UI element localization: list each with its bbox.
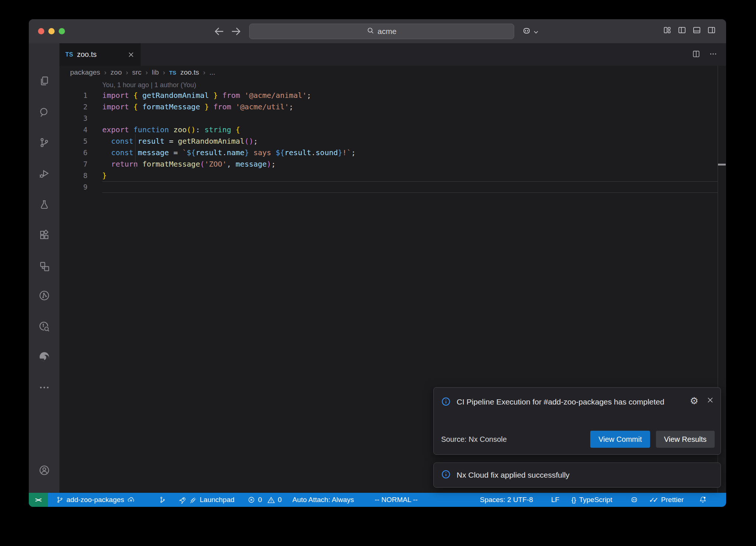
title-bar: acme — [29, 19, 726, 43]
line-number: 6 — [59, 147, 87, 158]
close-icon[interactable] — [707, 396, 714, 405]
notification-center: CI Pipeline Execution for #add-zoo-packa… — [433, 387, 721, 488]
customize-layout-icon[interactable] — [663, 26, 671, 34]
more-actions-icon[interactable] — [709, 50, 717, 59]
panel-left-icon[interactable] — [678, 26, 686, 34]
notification-message: CI Pipeline Execution for #add-zoo-packa… — [457, 396, 664, 408]
testing-icon[interactable] — [38, 199, 50, 211]
prettier-status-item[interactable]: ✓✓ Prettier — [649, 493, 684, 507]
commit-graph-status-item[interactable] — [159, 493, 166, 507]
tab-label: zoo.ts — [77, 50, 96, 59]
chevron-right-icon: › — [163, 69, 165, 76]
copilot-icon — [630, 495, 639, 504]
search-icon[interactable] — [38, 106, 50, 118]
chevron-right-icon: › — [104, 69, 106, 76]
typescript-file-icon: TS — [169, 69, 176, 76]
notification-message: Nx Cloud fix applied successfully — [457, 471, 570, 480]
gitlens-icon[interactable] — [38, 321, 50, 332]
status-bar: >< add-zoo-packages Launchpad — [29, 493, 726, 507]
double-check-icon: ✓✓ — [649, 496, 658, 504]
chevron-right-icon: › — [126, 69, 128, 76]
breadcrumb-item[interactable]: packages — [70, 68, 100, 76]
copilot-menu[interactable] — [522, 26, 538, 37]
plug-icon — [189, 496, 197, 504]
overview-ruler-mark — [718, 164, 726, 165]
notification-settings-icon[interactable]: ⚙ — [690, 396, 698, 405]
branch-status-item[interactable]: add-zoo-packages — [56, 493, 135, 507]
info-icon — [441, 470, 451, 481]
source-control-icon[interactable] — [38, 137, 50, 149]
typescript-file-icon: TS — [65, 51, 73, 58]
accounts-icon[interactable] — [38, 464, 50, 476]
rocket-icon — [178, 496, 186, 504]
warning-icon — [267, 496, 275, 504]
remote-icon: >< — [35, 496, 40, 504]
notification-toast: CI Pipeline Execution for #add-zoo-packa… — [433, 387, 721, 455]
problems-status-item[interactable]: 0 0 — [248, 493, 282, 507]
nx-console-icon[interactable] — [38, 290, 50, 301]
edge-browser-icon[interactable] — [38, 351, 50, 363]
line-number: 2 — [59, 101, 87, 113]
close-tab-icon[interactable] — [127, 51, 135, 58]
vim-mode-status-item[interactable]: -- NORMAL -- — [375, 493, 417, 507]
eol-status-item[interactable]: LF — [551, 493, 559, 507]
code-line-5[interactable]: 5 const result = getRandomAnimal(); — [59, 136, 726, 147]
extensions-icon[interactable] — [38, 229, 50, 241]
line-number: 5 — [59, 136, 87, 147]
language-status-item[interactable]: {} TypeScript — [571, 493, 612, 507]
launchpad-status-item[interactable]: Launchpad — [178, 493, 234, 507]
breadcrumb-item[interactable]: zoo — [110, 68, 122, 76]
tab-bar: TS zoo.ts — [59, 43, 726, 66]
back-arrow-icon[interactable] — [213, 25, 225, 37]
launchpad-label: Launchpad — [200, 496, 234, 504]
breadcrumb-item[interactable]: src — [132, 68, 141, 76]
copilot-status-item[interactable] — [630, 493, 639, 507]
tab-zoo-ts[interactable]: TS zoo.ts — [59, 43, 141, 66]
error-count: 0 — [258, 496, 262, 504]
view-commit-button[interactable]: View Commit — [590, 431, 650, 448]
code-line-1[interactable]: 1import { getRandomAnimal } from '@acme/… — [59, 90, 726, 101]
notifications-bell-item[interactable] — [699, 493, 707, 507]
breadcrumb-more[interactable]: ... — [209, 68, 215, 76]
breadcrumb-item[interactable]: lib — [152, 68, 159, 76]
split-editor-icon[interactable] — [692, 50, 700, 59]
traffic-light-close[interactable] — [38, 28, 44, 34]
line-number: 1 — [59, 90, 87, 101]
forward-arrow-icon[interactable] — [230, 25, 242, 37]
traffic-light-zoom[interactable] — [59, 28, 65, 34]
line-number: 4 — [59, 124, 87, 136]
line-number: 8 — [59, 170, 87, 181]
encoding-status-item[interactable]: UTF-8 — [513, 493, 533, 507]
more-icon[interactable] — [38, 382, 50, 393]
run-debug-icon[interactable] — [38, 168, 50, 180]
error-icon — [248, 496, 255, 504]
vscode-window: acme — [29, 19, 726, 507]
code-line-6[interactable]: 6 const message = `${result.name} says $… — [59, 147, 726, 158]
code-line-9[interactable]: 9 — [59, 181, 726, 193]
chevron-down-icon — [534, 28, 538, 35]
breadcrumb-file[interactable]: zoo.ts — [181, 68, 199, 76]
line-number: 7 — [59, 158, 87, 170]
activity-bar: ⚙ — [29, 43, 59, 493]
panel-right-icon[interactable] — [707, 26, 716, 34]
line-number: 9 — [59, 181, 87, 193]
code-line-2[interactable]: 2import { formatMessage } from '@acme/ut… — [59, 101, 726, 113]
info-icon — [441, 397, 451, 408]
remote-explorer-icon[interactable] — [38, 260, 50, 272]
explorer-icon[interactable] — [38, 75, 50, 87]
code-line-8[interactable]: 8} — [59, 170, 726, 181]
indentation-status-item[interactable]: Spaces: 2 — [480, 493, 511, 507]
auto-attach-status-item[interactable]: Auto Attach: Always — [292, 493, 354, 507]
view-results-button[interactable]: View Results — [656, 431, 715, 448]
search-icon — [367, 27, 374, 36]
code-line-7[interactable]: 7 return formatMessage('ZOO', message); — [59, 158, 726, 170]
cloud-upload-icon — [127, 496, 135, 504]
chevron-right-icon: › — [145, 69, 148, 76]
remote-indicator[interactable]: >< — [29, 493, 48, 507]
traffic-light-minimize[interactable] — [48, 28, 55, 34]
panel-bottom-icon[interactable] — [693, 26, 701, 34]
code-line-3[interactable]: 3 — [59, 113, 726, 124]
command-center-search[interactable]: acme — [249, 24, 514, 39]
code-line-4[interactable]: 4export function zoo(): string { — [59, 124, 726, 136]
desktop-background: { "colors": { "status_bar": "#0f7ad1", "… — [0, 0, 756, 546]
